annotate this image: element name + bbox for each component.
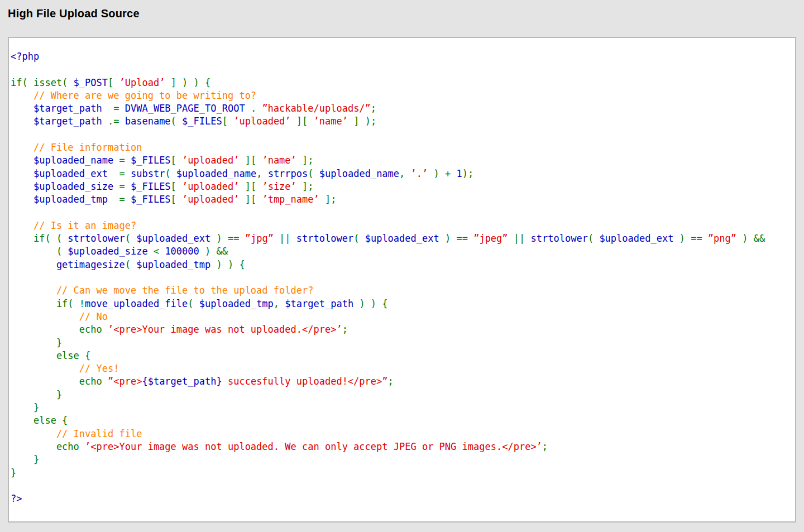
code-token: ( <box>308 168 319 179</box>
code-line: // Where are we going to be writing to? <box>11 89 793 102</box>
code-token: ; <box>371 103 376 114</box>
code-token: $uploaded_ext <box>365 233 439 244</box>
code-token: move_uploaded_file <box>85 298 188 309</box>
code-line: // Is it an image? <box>11 219 793 232</box>
code-line: // Invalid file <box>11 428 793 440</box>
code-token: substr <box>131 168 165 179</box>
code-line: getimagesize( $uploaded_tmp ) ) { <box>11 258 793 271</box>
code-token: < <box>148 246 165 257</box>
code-line: ( $uploaded_size < 100000 ) && <box>11 245 793 258</box>
code-token: ( <box>125 233 136 244</box>
code-line: echo ”<pre>{$target_path} succesfully up… <box>11 375 793 388</box>
code-token: . <box>245 103 262 114</box>
code-token: ][ <box>239 155 262 166</box>
code-token: = <box>108 194 131 205</box>
code-token: = <box>113 155 131 166</box>
code-token: $target_path <box>11 116 102 127</box>
code-line: } <box>11 389 793 401</box>
code-token: // No <box>11 311 108 322</box>
code-line: $target_path = DVWA_WEB_PAGE_TO_ROOT . ”… <box>11 102 793 115</box>
code-line: $target_path .= basename( $_FILES[ ’uplo… <box>11 115 793 128</box>
code-line: // Can we move the file to the upload fo… <box>11 284 793 297</box>
code-token: <?php <box>11 51 39 62</box>
code-token: = <box>102 103 125 114</box>
code-token: ( <box>171 116 182 127</box>
code-token: basename <box>125 116 171 127</box>
code-token: } <box>11 402 39 413</box>
code-token: ’.’ <box>411 168 428 179</box>
code-token: ][ <box>239 194 262 205</box>
page-title: High File Upload Source <box>8 7 140 20</box>
code-token: // Is it an image? <box>11 220 136 231</box>
code-token: // Where are we going to be writing to? <box>11 90 256 101</box>
code-token: [ <box>171 155 182 166</box>
code-token: ’<pre>Your image was not uploaded.</pre>… <box>108 324 342 335</box>
code-token: else { <box>11 415 68 426</box>
code-line: } <box>11 401 793 414</box>
code-token: $uploaded_ext <box>599 233 673 244</box>
code-block: <?php if( isset( $_POST[ ’Upload’ ] ) ) … <box>11 50 793 505</box>
code-token: $_FILES <box>131 155 171 166</box>
code-token: strrpos <box>268 168 308 179</box>
code-line: $uploaded_size = $_FILES[ ’uploaded’ ][ … <box>11 180 793 193</box>
code-token: $_POST <box>74 77 108 88</box>
code-token: ”jpeg” <box>473 233 508 244</box>
code-token: $uploaded_tmp <box>199 298 274 309</box>
code-token: ]; <box>296 155 314 166</box>
code-token: strtolower <box>68 233 125 244</box>
page: { "page": { "title": "High File Upload S… <box>0 0 804 532</box>
code-token: echo <box>11 376 108 387</box>
code-token: if( isset( <box>11 77 74 88</box>
code-token: = <box>113 181 131 192</box>
code-token: ) && <box>199 246 228 257</box>
code-token: if( ! <box>11 298 85 309</box>
code-token: else { <box>11 350 90 361</box>
code-token: $target_path <box>285 298 353 309</box>
code-token: || <box>274 233 296 244</box>
code-line <box>11 271 793 284</box>
code-token: ’name’ <box>262 155 296 166</box>
code-token: ’uploaded’ <box>182 194 239 205</box>
code-token: $uploaded_size <box>11 181 113 192</box>
code-line: } <box>11 467 793 480</box>
code-token: $_FILES <box>131 194 171 205</box>
code-token: } <box>11 337 62 348</box>
code-token: getimagesize <box>11 259 125 270</box>
code-token: ”png” <box>708 233 736 244</box>
code-token: ) + <box>428 168 456 179</box>
code-token: ”jpg” <box>245 233 274 244</box>
code-token: if( ( <box>11 233 68 244</box>
code-token: $uploaded_ext <box>136 233 210 244</box>
code-line: // Yes! <box>11 362 793 375</box>
code-token: 100000 <box>165 246 199 257</box>
code-token: $target_path <box>11 103 102 114</box>
code-line <box>11 128 793 141</box>
code-line: if( !move_uploaded_file( $uploaded_tmp, … <box>11 298 793 310</box>
code-token: ] ); <box>348 116 376 127</box>
code-line: echo ’<pre>Your image was not uploaded.<… <box>11 323 793 336</box>
code-token: ] ) ) { <box>165 77 210 88</box>
code-token: ( <box>188 298 199 309</box>
code-token: ; <box>342 324 348 335</box>
code-token: $uploaded_name <box>11 155 113 166</box>
code-token: , <box>256 168 267 179</box>
code-token: } <box>11 389 62 400</box>
code-token: strtolower <box>531 233 588 244</box>
code-token: echo <box>11 441 85 452</box>
code-line: $uploaded_tmp = $_FILES[ ’uploaded’ ][ ’… <box>11 193 793 206</box>
code-line: ?> <box>11 492 793 505</box>
code-token: ][ <box>291 116 314 127</box>
code-token: ]; <box>319 194 337 205</box>
code-token: succesfully uploaded!</pre>” <box>222 376 388 387</box>
code-token: ]; <box>296 181 314 192</box>
code-line: // No <box>11 310 793 323</box>
code-line: if( ( strtolower( $uploaded_ext ) == ”jp… <box>11 232 793 245</box>
code-token: ’name’ <box>314 116 348 127</box>
code-token: ; <box>542 441 548 452</box>
code-token: [ <box>108 77 119 88</box>
code-token: ’Upload’ <box>119 77 165 88</box>
code-token: DVWA_WEB_PAGE_TO_ROOT <box>125 103 245 114</box>
code-token: // File information <box>11 142 142 153</box>
code-token: ’size’ <box>262 181 296 192</box>
code-line: } <box>11 453 793 466</box>
